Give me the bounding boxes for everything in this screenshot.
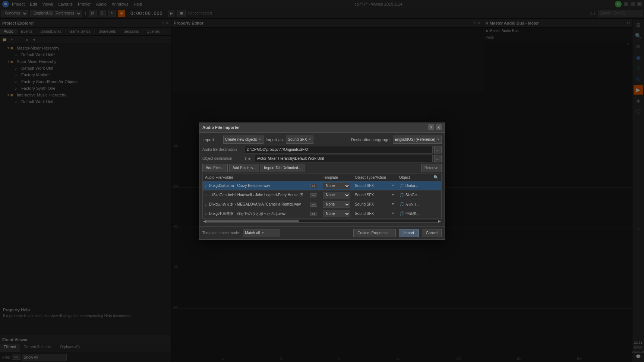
- dropdown-arrow-2: ▼: [309, 138, 312, 141]
- dialog-help-btn[interactable]: ?: [428, 124, 434, 130]
- arrow-btn-2[interactable]: >>: [310, 203, 317, 207]
- object-type-arrow: ▼: [391, 193, 395, 197]
- arrow-btn-3[interactable]: >>: [310, 212, 317, 216]
- scroll-track[interactable]: [206, 220, 438, 223]
- dest-lang-label: Destination language:: [351, 137, 391, 142]
- scroll-left-btn[interactable]: ◀: [203, 219, 206, 223]
- arrow-btn-1[interactable]: >>: [310, 193, 317, 197]
- file-path-cell: ♪ D:\xg\中島美嘉 - 僕が死のうと思ったのは.wav: [203, 209, 308, 218]
- dialog-body: Import Create new objects ▼ Import as: S…: [199, 133, 445, 226]
- arrow-cell: >>: [308, 209, 321, 218]
- template-cell: None: [321, 209, 353, 218]
- object-icon: 🎵: [399, 183, 404, 188]
- template-match-label: Template match mode:: [202, 231, 240, 235]
- action-buttons-row: Add Files... Add Folders... Import Tab D…: [202, 164, 442, 172]
- dialog-close-btn[interactable]: ✕: [436, 124, 442, 130]
- object-type-cell: Sound SFX ▼: [353, 181, 397, 190]
- import-confirm-btn[interactable]: Import: [399, 229, 419, 237]
- arrow-cell: >>: [308, 181, 321, 190]
- import-tab-btn[interactable]: Import Tab Delimited...: [261, 164, 304, 172]
- table-row[interactable]: ♪ D:\xg\かめりあ - MEGALOVANIA (Camellia Rem…: [203, 200, 441, 209]
- col-audio-file: Audio File/Folder: [203, 174, 308, 181]
- col-template: Template: [321, 174, 353, 181]
- object-type-cell: Sound SFX ▼: [353, 200, 397, 209]
- col-object-type: Object Type/Action: [353, 174, 397, 181]
- template-cell: None: [321, 190, 353, 200]
- object-icon: 🎵: [399, 193, 404, 197]
- import-row: Import Create new objects ▼ Import as: S…: [202, 136, 442, 144]
- template-cell: None: [321, 200, 353, 209]
- cancel-btn[interactable]: Cancel: [422, 229, 442, 237]
- add-files-btn[interactable]: Add Files...: [202, 164, 228, 172]
- object-type-cell: Sound SFX ▼: [353, 190, 397, 200]
- file-path-cell: ♪ D:\xg\Diabarha - Crazy Beauties.wav: [203, 181, 308, 190]
- row-icon: ♪: [205, 212, 207, 216]
- file-table-wrapper: Audio File/Folder Template Object Type/A…: [202, 174, 442, 219]
- dialog-title-bar: Audio File Importer ? ✕: [199, 123, 445, 133]
- dialog-title: Audio File Importer: [202, 125, 240, 130]
- col-search: 🔍: [431, 174, 441, 181]
- custom-properties-btn[interactable]: Custom Properties...: [353, 229, 395, 237]
- scroll-thumb[interactable]: [206, 220, 299, 222]
- template-dropdown-2[interactable]: None: [323, 201, 350, 208]
- object-icon: 🎵: [399, 202, 404, 206]
- dest-lang-dropdown[interactable]: English(US) (Reference) ▼: [393, 136, 442, 144]
- extra-cell: [431, 181, 441, 190]
- import-label: Import: [202, 137, 221, 142]
- table-row[interactable]: ♪ D:\xg\Diabarha - Crazy Beauties.wav >>…: [203, 181, 441, 190]
- table-row[interactable]: ♪ D:\xg\中島美嘉 - 僕が死のうと思ったのは.wav >> None: [203, 209, 441, 218]
- table-search-icon[interactable]: 🔍: [433, 175, 439, 180]
- object-type-arrow: ▼: [391, 184, 395, 187]
- add-folders-btn[interactable]: Add Folders...: [229, 164, 259, 172]
- template-match-dropdown[interactable]: Match all ▼: [243, 229, 280, 237]
- import-as-label: Import as:: [266, 137, 284, 142]
- row-icon: ♪: [205, 202, 207, 206]
- create-new-objects-dropdown[interactable]: Create new objects ▼: [223, 136, 263, 144]
- object-cell: 🎵 Diaba...: [397, 181, 431, 190]
- audio-file-dest-input[interactable]: [245, 146, 433, 153]
- template-cell: None: [321, 181, 353, 190]
- col-object: Object: [397, 174, 431, 181]
- import-as-dropdown[interactable]: Sound SFX ▼: [286, 136, 313, 144]
- row-icon: ♪: [205, 184, 207, 188]
- object-cell: 🎵 中島美...: [397, 209, 431, 218]
- dialog-hscrollbar[interactable]: ◀ ▶: [202, 219, 442, 223]
- object-cell: 🎵 かめり...: [397, 200, 431, 209]
- audio-file-browse-btn[interactable]: ...: [434, 146, 442, 153]
- audio-file-dest-label: Audio file destination: [202, 147, 243, 152]
- arrow-btn-0[interactable]: >>: [310, 184, 317, 188]
- dialog-bottom-bar: Template match mode: Match all ▼ Custom …: [199, 226, 445, 239]
- extra-cell: [431, 200, 441, 209]
- object-dest-info-icon: ℹ: [245, 156, 247, 161]
- extra-cell: [431, 190, 441, 200]
- dialog-overlay: Audio File Importer ? ✕ Import Create ne…: [0, 0, 644, 362]
- object-cell: 🎵 SkoGe...: [397, 190, 431, 200]
- dropdown-arrow-3: ▼: [437, 138, 440, 141]
- object-dest-file-icon: ■: [248, 156, 253, 161]
- extra-cell: [431, 209, 441, 218]
- object-dest-row: Object destination ℹ ■ ...: [202, 155, 442, 162]
- table-row[interactable]: ♪ ...\SkoGen,Avicii,Hardwell - John Lege…: [203, 190, 441, 200]
- col-arrow: [308, 174, 321, 181]
- dialog-title-buttons: ? ✕: [428, 124, 442, 130]
- file-path-cell: ♪ D:\xg\かめりあ - MEGALOVANIA (Camellia Rem…: [203, 200, 308, 209]
- object-dest-browse-btn[interactable]: ...: [434, 155, 442, 162]
- audio-file-importer-dialog: Audio File Importer ? ✕ Import Create ne…: [199, 123, 445, 240]
- row-icon: ♪: [205, 193, 207, 197]
- object-type-cell: Sound SFX ▼: [353, 209, 397, 218]
- file-path-cell: ♪ ...\SkoGen,Avicii,Hardwell - John Lege…: [203, 190, 308, 200]
- match-dropdown-arrow: ▼: [261, 231, 264, 235]
- dropdown-arrow: ▼: [259, 138, 262, 141]
- object-type-arrow: ▼: [391, 202, 395, 206]
- audio-file-dest-row: Audio file destination ...: [202, 146, 442, 153]
- object-type-arrow: ▼: [391, 212, 395, 215]
- scroll-right-btn[interactable]: ▶: [438, 219, 441, 223]
- object-dest-label: Object destination: [202, 156, 243, 161]
- template-dropdown-0[interactable]: None: [323, 182, 350, 189]
- object-dest-input[interactable]: [255, 155, 433, 162]
- file-table: Audio File/Folder Template Object Type/A…: [203, 174, 441, 219]
- template-dropdown-3[interactable]: None: [323, 210, 350, 217]
- template-dropdown-1[interactable]: None: [323, 192, 350, 199]
- remove-btn[interactable]: Remove: [421, 164, 442, 172]
- object-icon: 🎵: [399, 211, 404, 216]
